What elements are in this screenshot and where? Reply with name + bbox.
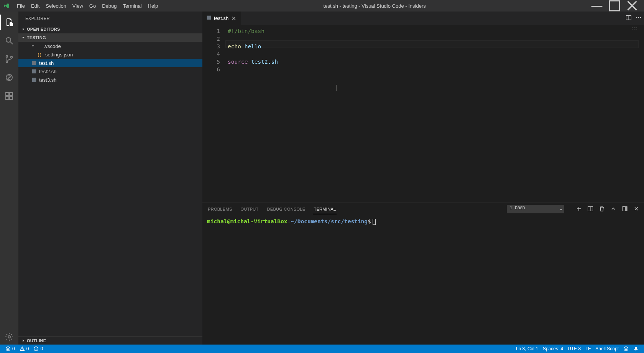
terminal-body[interactable]: michal@michal-VirtualBox:~/Documents/src… — [202, 215, 644, 345]
shell-file-icon — [31, 60, 38, 66]
tab-test-sh[interactable]: test.sh — [202, 12, 241, 25]
chevron-down-icon — [21, 35, 26, 40]
svg-point-22 — [638, 17, 639, 18]
section-outline[interactable]: OUTLINE — [18, 336, 202, 345]
status-encoding[interactable]: UTF-8 — [565, 345, 583, 353]
editor-tabs: test.sh — [202, 12, 644, 25]
panel-maximize-button[interactable] — [622, 206, 628, 213]
menu-view[interactable]: View — [69, 0, 86, 12]
tree-item-label: test.sh — [39, 60, 54, 66]
activity-extensions[interactable] — [0, 88, 18, 104]
sidebar: EXPLORER OPEN EDITORS TESTING .vscode{ }… — [18, 12, 202, 345]
section-open-editors-label: OPEN EDITORS — [27, 27, 60, 31]
code-line — [228, 50, 644, 58]
activity-explorer[interactable] — [0, 15, 18, 30]
status-warnings[interactable]: 0 — [17, 345, 31, 353]
close-button[interactable] — [623, 0, 641, 12]
status-errors[interactable]: 0 — [3, 345, 17, 353]
menu-edit[interactable]: Edit — [28, 0, 43, 12]
svg-rect-9 — [6, 92, 9, 96]
svg-rect-17 — [32, 78, 36, 82]
shell-file-icon — [31, 77, 38, 82]
chevron-right-icon — [21, 338, 26, 343]
file-tree: .vscode{ }settings.jsontest.shtest2.shte… — [18, 42, 202, 336]
tab-label: test.sh — [214, 15, 228, 21]
svg-point-30 — [22, 350, 22, 350]
terminal-prompt-user: michal@michal-VirtualBox — [207, 218, 288, 224]
activity-scm[interactable] — [0, 51, 18, 67]
panel-tab-output[interactable]: OUTPUT — [240, 207, 260, 211]
svg-point-32 — [36, 348, 36, 348]
status-eol[interactable]: LF — [583, 345, 593, 353]
svg-point-5 — [6, 61, 8, 63]
split-terminal-button[interactable] — [587, 206, 593, 213]
tree-item-label: settings.json — [45, 52, 73, 58]
section-open-editors[interactable]: OPEN EDITORS — [18, 25, 202, 33]
code-content[interactable]: #!/bin/bashecho hellosource test2.sh — [225, 25, 644, 203]
svg-rect-0 — [591, 6, 603, 7]
panel-tabs: PROBLEMS OUTPUT DEBUG CONSOLE TERMINAL 1… — [202, 203, 644, 215]
menu-go[interactable]: Go — [86, 0, 99, 12]
status-feedback[interactable] — [621, 345, 631, 353]
menu-selection[interactable]: Selection — [43, 0, 69, 12]
svg-point-6 — [11, 56, 12, 58]
tree-file[interactable]: test2.sh — [18, 67, 202, 76]
maximize-button[interactable] — [606, 0, 623, 12]
terminal-prompt-sep: : — [288, 218, 291, 224]
new-terminal-button[interactable] — [576, 206, 582, 213]
activity-search[interactable] — [0, 33, 18, 48]
split-editor-button[interactable] — [626, 15, 632, 22]
bell-icon — [633, 346, 639, 351]
chevron-right-icon — [21, 26, 26, 32]
activity-debug[interactable] — [0, 70, 18, 85]
info-icon — [33, 346, 39, 351]
minimize-button[interactable] — [588, 0, 606, 12]
panel-tab-debug-console[interactable]: DEBUG CONSOLE — [266, 207, 306, 211]
terminal-prompt-path: ~/Documents/src/testing — [291, 218, 368, 224]
status-warnings-count: 0 — [26, 346, 29, 351]
files-icon — [5, 18, 14, 27]
svg-point-21 — [636, 17, 637, 18]
tree-file[interactable]: test3.sh — [18, 76, 202, 84]
status-info-count: 0 — [40, 346, 43, 351]
code-editor[interactable]: 123456 #!/bin/bashecho hellosource test2… — [202, 25, 644, 203]
menu-file[interactable]: File — [14, 0, 28, 12]
panel-up-button[interactable] — [610, 206, 616, 213]
terminal-selector[interactable]: 1: bash — [507, 205, 564, 213]
panel-tab-problems[interactable]: PROBLEMS — [207, 207, 233, 211]
menu-debug[interactable]: Debug — [99, 0, 120, 12]
tree-item-label: test3.sh — [39, 77, 57, 83]
code-line — [228, 66, 644, 73]
section-folder-label: TESTING — [27, 35, 46, 40]
status-indent[interactable]: Spaces: 4 — [540, 345, 565, 353]
line-number: 1 — [202, 27, 220, 35]
svg-point-35 — [625, 348, 626, 348]
svg-point-36 — [626, 348, 627, 348]
chevron-down-icon — [31, 43, 35, 49]
tree-file[interactable]: { }settings.json — [18, 50, 202, 59]
tab-close-button[interactable] — [231, 15, 237, 21]
tree-folder[interactable]: .vscode — [18, 42, 202, 50]
panel-close-button[interactable] — [633, 206, 639, 213]
activity-settings[interactable] — [0, 329, 18, 345]
window-title: test.sh - testing - Visual Studio Code -… — [161, 3, 588, 9]
svg-rect-15 — [32, 61, 36, 65]
line-number: 5 — [202, 58, 220, 66]
svg-rect-18 — [207, 16, 211, 20]
line-number: 6 — [202, 66, 220, 73]
activity-bar — [0, 12, 18, 345]
more-actions-button[interactable] — [636, 15, 642, 22]
menu-help[interactable]: Help — [145, 0, 161, 12]
svg-point-2 — [6, 38, 11, 42]
status-notifications[interactable] — [631, 345, 641, 353]
section-folder[interactable]: TESTING — [18, 33, 202, 42]
status-info[interactable]: 0 — [31, 345, 45, 353]
panel-tab-terminal[interactable]: TERMINAL — [313, 207, 337, 211]
svg-rect-27 — [625, 207, 627, 211]
line-number: 2 — [202, 35, 220, 43]
menu-terminal[interactable]: Terminal — [120, 0, 145, 12]
status-language[interactable]: Shell Script — [593, 345, 621, 353]
status-cursor-pos[interactable]: Ln 3, Col 1 — [514, 345, 540, 353]
tree-file[interactable]: test.sh — [18, 59, 202, 67]
kill-terminal-button[interactable] — [599, 206, 605, 213]
